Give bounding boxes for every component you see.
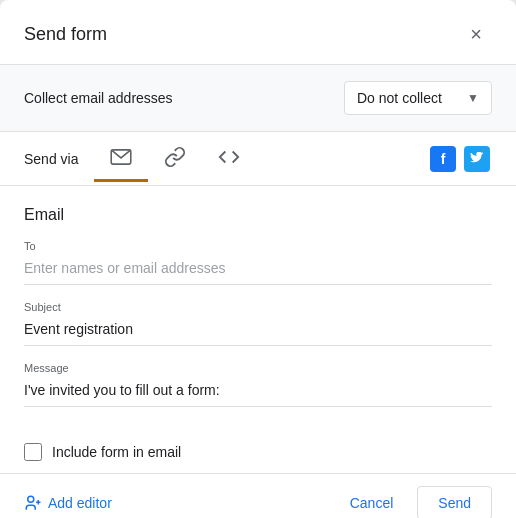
collect-dropdown-value: Do not collect	[357, 90, 442, 106]
close-button[interactable]: ×	[460, 18, 492, 50]
include-form-label: Include form in email	[52, 444, 181, 460]
message-label: Message	[24, 362, 492, 374]
send-via-label: Send via	[24, 151, 78, 167]
facebook-share-button[interactable]: f	[428, 144, 458, 174]
message-input[interactable]	[24, 378, 492, 407]
twitter-icon	[464, 146, 490, 172]
subject-field-container: Subject	[24, 301, 492, 346]
send-via-row: Send via	[0, 132, 516, 186]
twitter-share-button[interactable]	[462, 144, 492, 174]
tab-link[interactable]	[148, 132, 202, 185]
subject-label: Subject	[24, 301, 492, 313]
dialog-header: Send form ×	[0, 0, 516, 64]
collect-dropdown[interactable]: Do not collect ▼	[344, 81, 492, 115]
email-icon	[110, 149, 132, 165]
send-button[interactable]: Send	[417, 486, 492, 518]
include-form-row: Include form in email	[0, 431, 516, 473]
collect-email-label: Collect email addresses	[24, 90, 173, 106]
tab-embed[interactable]	[202, 132, 256, 185]
social-icons: f	[428, 144, 492, 174]
to-input[interactable]	[24, 256, 492, 285]
add-editor-icon	[24, 494, 42, 512]
include-form-checkbox[interactable]	[24, 443, 42, 461]
add-editor-label: Add editor	[48, 495, 112, 511]
to-field-container: To	[24, 240, 492, 285]
send-form-dialog: Send form × Collect email addresses Do n…	[0, 0, 516, 518]
twitter-bird-icon	[470, 152, 484, 166]
chevron-down-icon: ▼	[467, 91, 479, 105]
cancel-button[interactable]: Cancel	[334, 486, 410, 518]
send-via-tabs	[94, 132, 428, 185]
email-section: Email To Subject Message	[0, 186, 516, 431]
section-title: Email	[24, 206, 492, 224]
tab-email[interactable]	[94, 135, 148, 182]
dialog-footer: Add editor Cancel Send	[0, 473, 516, 518]
footer-actions: Cancel Send	[334, 486, 492, 518]
subject-input[interactable]	[24, 317, 492, 346]
to-label: To	[24, 240, 492, 252]
facebook-icon: f	[430, 146, 456, 172]
svg-point-1	[28, 496, 34, 502]
link-icon	[164, 146, 186, 168]
add-editor-button[interactable]: Add editor	[24, 486, 112, 518]
collect-email-row: Collect email addresses Do not collect ▼	[0, 64, 516, 132]
dialog-title: Send form	[24, 24, 107, 45]
embed-icon	[218, 146, 240, 168]
message-field-container: Message	[24, 362, 492, 407]
